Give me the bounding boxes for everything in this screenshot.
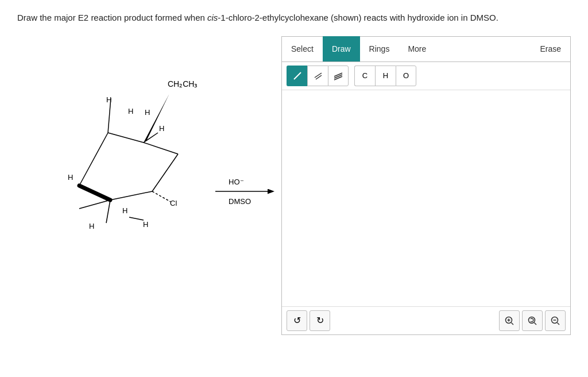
atom-group: C H O [354, 66, 416, 86]
svg-line-19 [334, 76, 342, 80]
page: Draw the major E2 reaction product forme… [0, 0, 588, 347]
h-label-4: H [68, 173, 73, 182]
draw-button[interactable]: Draw [323, 36, 360, 61]
zoom-out-icon [550, 316, 560, 326]
svg-point-24 [529, 317, 535, 323]
double-bond-button[interactable] [307, 66, 328, 86]
solvent-label: DMSO [229, 197, 251, 206]
svg-line-7 [79, 200, 110, 209]
undo-button[interactable]: ↺ [287, 310, 307, 331]
double-bond-icon [313, 71, 323, 81]
molecule-diagram: CH₂CH₃ H H H H H H H Cl [17, 53, 281, 249]
question-text: Draw the major E2 reaction product forme… [17, 11, 568, 25]
svg-line-18 [334, 75, 342, 78]
svg-line-1 [108, 133, 144, 143]
svg-line-25 [535, 322, 537, 325]
svg-line-27 [558, 322, 560, 325]
svg-line-2 [79, 186, 110, 200]
single-bond-button[interactable] [287, 66, 307, 86]
svg-line-15 [315, 73, 322, 78]
zoom-group [499, 310, 566, 331]
svg-line-21 [512, 322, 514, 325]
svg-line-9 [129, 217, 144, 220]
svg-line-4 [144, 143, 178, 154]
atom-o-button[interactable]: O [396, 66, 416, 86]
svg-line-14 [294, 72, 301, 79]
rings-button[interactable]: Rings [360, 36, 399, 61]
svg-line-8 [152, 191, 171, 202]
h-label-eq: H [159, 124, 164, 133]
svg-line-0 [79, 133, 108, 186]
molecule-area: CH₂CH₃ H H H H H H H Cl [17, 36, 281, 266]
atom-c-button[interactable]: C [354, 66, 375, 86]
ch2ch3-label: CH₂CH₃ [168, 79, 198, 89]
bond-toolbar: C H O [282, 62, 570, 90]
h-label-6: H [143, 220, 148, 229]
svg-line-3 [110, 191, 152, 200]
triple-bond-icon [333, 71, 343, 81]
cl-label: Cl [170, 199, 177, 207]
triple-bond-button[interactable] [328, 66, 349, 86]
h-label-5: H [122, 206, 127, 215]
content-area: CH₂CH₃ H H H H H H H Cl [17, 36, 571, 335]
wedge-bond-ethyl [144, 94, 169, 143]
compound-name-italic: cis [207, 13, 218, 22]
svg-line-10 [106, 200, 110, 223]
select-button[interactable]: Select [282, 36, 323, 61]
zoom-in-button[interactable] [499, 310, 520, 331]
zoom-reset-icon [527, 316, 537, 326]
top-toolbar: Select Draw Rings More Erase [282, 37, 570, 62]
zoom-in-icon [504, 316, 514, 326]
erase-button[interactable]: Erase [531, 36, 570, 61]
single-bond-icon [292, 71, 303, 81]
more-button[interactable]: More [399, 36, 435, 61]
atom-h-button[interactable]: H [375, 66, 396, 86]
h-label-3: H [145, 108, 150, 117]
h-label-2: H [128, 107, 133, 116]
undo-redo-group: ↺ ↻ [287, 310, 330, 331]
svg-line-5 [152, 154, 178, 191]
draw-tool-panel: Select Draw Rings More Erase [281, 36, 571, 335]
bond-group [287, 66, 349, 86]
svg-line-11 [144, 133, 158, 143]
canvas-area[interactable] [282, 90, 570, 306]
zoom-out-button[interactable] [545, 310, 566, 331]
zoom-reset-button[interactable] [522, 310, 543, 331]
bottom-toolbar: ↺ ↻ [282, 306, 570, 334]
svg-line-17 [334, 73, 342, 76]
h-label-7: H [89, 222, 94, 230]
reagent-label: HO⁻ [229, 178, 244, 186]
redo-button[interactable]: ↻ [310, 310, 330, 331]
